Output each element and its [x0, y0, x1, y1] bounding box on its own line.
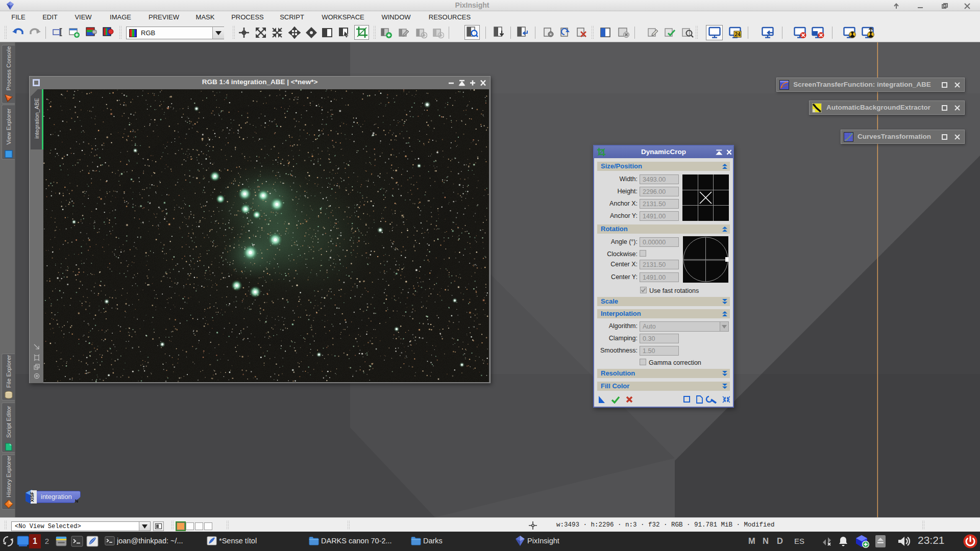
svg-text:24: 24	[734, 32, 741, 37]
svg-text:XISF: XISF	[30, 492, 35, 503]
